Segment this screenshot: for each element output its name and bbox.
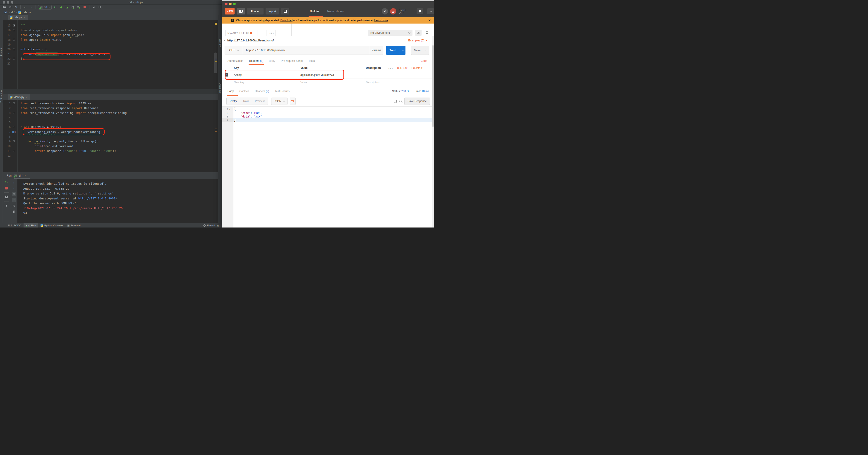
- tab-builder[interactable]: Builder: [310, 9, 319, 13]
- new-key-input[interactable]: New key: [231, 79, 298, 86]
- code-link[interactable]: Code: [421, 59, 427, 62]
- tool-window-database[interactable]: Database: [219, 83, 222, 93]
- fold-icon[interactable]: [13, 126, 15, 128]
- stop-icon[interactable]: [83, 5, 87, 9]
- scroll-to-end-icon[interactable]: [12, 198, 16, 202]
- environment-select[interactable]: No Environment: [368, 30, 412, 36]
- view-raw[interactable]: Raw: [240, 100, 252, 103]
- header-key-cell[interactable]: Accept: [231, 71, 298, 79]
- params-button[interactable]: Params: [370, 46, 383, 55]
- account-menu-button[interactable]: [427, 8, 434, 14]
- row-checkbox-cell[interactable]: [222, 79, 231, 86]
- new-value-input[interactable]: Value: [298, 79, 363, 86]
- tab-urls-py[interactable]: urls.py ✕: [8, 15, 28, 20]
- examples-dropdown[interactable]: Examples (0): [408, 39, 427, 42]
- synchronize-icon[interactable]: ↻: [13, 5, 18, 9]
- views-py-editor[interactable]: 1from rest_framework.views import APIVie…: [3, 100, 218, 172]
- restore-layout-icon[interactable]: [4, 195, 9, 199]
- tool-window-todo[interactable]: ≣ 6: TODO: [5, 223, 24, 228]
- down-stack-trace-icon[interactable]: ↓: [12, 186, 16, 190]
- error-stripe-warning-marker[interactable]: [215, 131, 217, 131]
- url-input[interactable]: http://127.0.0.1:8000/api/users/: [243, 49, 370, 52]
- error-stripe-warning-marker[interactable]: [215, 128, 217, 129]
- wrap-text-button[interactable]: [290, 97, 296, 105]
- response-body-editor[interactable]: 1▼{2 "code": 1000,3 "data": "xxx"4}: [222, 107, 432, 228]
- back-icon[interactable]: ←: [23, 5, 27, 9]
- tab-authorization[interactable]: Authorization: [227, 57, 243, 65]
- method-select[interactable]: GET: [225, 46, 243, 55]
- fold-caret-icon[interactable]: ▼: [228, 109, 231, 111]
- minimize-window-icon[interactable]: [229, 3, 231, 5]
- search-icon[interactable]: [399, 100, 402, 102]
- close-banner-icon[interactable]: ✕: [428, 19, 431, 22]
- override-gutter-icon[interactable]: ↑: [12, 131, 14, 133]
- tab-test-results[interactable]: Test Results: [275, 90, 289, 96]
- save-all-icon[interactable]: [8, 5, 12, 9]
- minimize-window-icon[interactable]: [7, 1, 9, 4]
- editor-splitter[interactable]: [3, 89, 218, 94]
- close-tab-icon[interactable]: ✕: [23, 16, 25, 19]
- row-checkbox-cell[interactable]: ✓: [222, 71, 231, 79]
- learn-more-link[interactable]: Learn more: [374, 19, 388, 22]
- error-stripe-warning-marker[interactable]: [215, 61, 217, 62]
- close-tab-icon[interactable]: ✕: [24, 174, 26, 177]
- save-button[interactable]: Save: [411, 46, 423, 55]
- run-tab-label[interactable]: drf: [19, 174, 22, 177]
- pycharm-traffic-lights[interactable]: [3, 1, 13, 4]
- save-options-button[interactable]: [423, 46, 429, 55]
- fold-icon[interactable]: [13, 29, 15, 31]
- fold-icon[interactable]: [13, 58, 15, 60]
- fold-icon[interactable]: [13, 140, 15, 142]
- breadcrumb-project[interactable]: drf: [4, 11, 7, 14]
- tab-cookies[interactable]: Cookies: [239, 90, 249, 96]
- urls-py-editor[interactable]: 15"""16from django.contrib import admin1…: [3, 20, 218, 89]
- download-link[interactable]: Download: [280, 19, 292, 22]
- forward-icon[interactable]: →: [29, 5, 33, 9]
- view-preview[interactable]: Preview: [252, 100, 268, 103]
- tool-window-python-console[interactable]: Python Console: [38, 223, 65, 228]
- run-concurrency-icon[interactable]: [76, 5, 81, 9]
- tab-response-body[interactable]: Body: [227, 90, 234, 96]
- postman-traffic-lights[interactable]: [225, 3, 236, 5]
- tab-team-library[interactable]: Team Library: [327, 9, 344, 13]
- tool-window-run[interactable]: 4: Run: [24, 223, 38, 228]
- clear-all-icon[interactable]: [12, 210, 16, 214]
- wrench-icon[interactable]: [92, 5, 96, 9]
- debug-icon[interactable]: [59, 5, 63, 9]
- fold-icon[interactable]: [13, 48, 15, 50]
- close-tab-icon[interactable]: ✕: [26, 96, 28, 99]
- interceptor-icon[interactable]: [382, 8, 388, 14]
- checkbox-checked-icon[interactable]: ✓: [225, 73, 228, 77]
- more-tabs-button[interactable]: ●●●: [268, 30, 276, 36]
- zoom-window-icon[interactable]: [233, 3, 236, 5]
- search-everywhere-icon[interactable]: [98, 5, 102, 9]
- soft-wrap-icon[interactable]: [12, 192, 16, 196]
- fold-icon[interactable]: [13, 150, 15, 152]
- tab-views-py[interactable]: views.py ✕: [8, 94, 30, 100]
- tool-window-terminal[interactable]: ▣ Terminal: [65, 223, 83, 228]
- fold-icon[interactable]: [13, 25, 15, 27]
- send-options-button[interactable]: [399, 46, 405, 55]
- close-window-icon[interactable]: [3, 1, 5, 4]
- run-console-output[interactable]: System check identified no issues (0 sil…: [18, 179, 218, 223]
- save-response-button[interactable]: Save Response: [404, 97, 430, 105]
- profiler-icon[interactable]: [71, 5, 75, 9]
- scrollbar-track[interactable]: [432, 36, 434, 228]
- select-all-cell[interactable]: [222, 65, 231, 71]
- open-folder-icon[interactable]: [2, 5, 6, 9]
- sidebar-toggle-button[interactable]: [237, 8, 245, 14]
- request-tab[interactable]: http://127.0.0.1:800: [225, 30, 257, 36]
- rerun-icon[interactable]: ↻: [53, 5, 58, 9]
- more-columns-icon[interactable]: ●●●: [388, 67, 393, 69]
- new-window-button[interactable]: [281, 8, 289, 14]
- scrollbar-thumb[interactable]: [432, 45, 434, 127]
- tool-window-sciview[interactable]: SciView: [219, 38, 222, 47]
- fold-icon[interactable]: [13, 39, 15, 41]
- sync-icon[interactable]: [390, 8, 396, 14]
- send-button[interactable]: Send: [386, 46, 399, 55]
- view-pretty[interactable]: Pretty: [227, 100, 240, 103]
- print-icon[interactable]: [12, 204, 16, 208]
- pycharm-titlebar[interactable]: drf – urls.py: [0, 0, 222, 4]
- zoom-window-icon[interactable]: [11, 1, 13, 4]
- stop-icon[interactable]: [4, 186, 9, 190]
